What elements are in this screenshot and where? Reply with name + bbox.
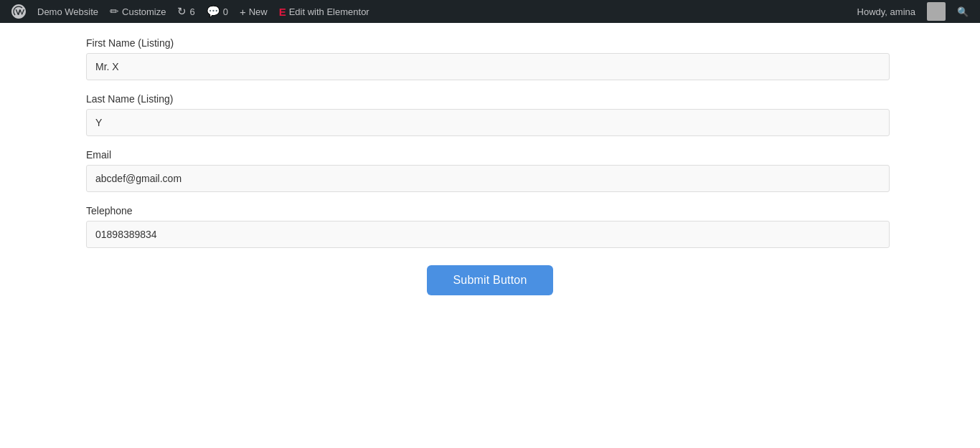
email-group: Email <box>86 149 894 192</box>
last-name-input[interactable] <box>86 109 890 136</box>
comments-button[interactable]: 💬 0 <box>201 0 234 23</box>
telephone-group: Telephone <box>86 205 894 248</box>
first-name-input[interactable] <box>86 53 890 80</box>
admin-bar-right: Howdy, amina 🔍 <box>846 0 974 23</box>
new-button[interactable]: + New <box>234 0 273 23</box>
elementor-edit-button[interactable]: E Edit with Elementor <box>273 0 375 23</box>
page-content: First Name (Listing) Last Name (Listing)… <box>0 23 980 310</box>
howdy-button[interactable]: Howdy, amina <box>846 0 951 23</box>
updates-icon: ↻ <box>177 5 187 18</box>
email-label: Email <box>86 149 894 161</box>
first-name-label: First Name (Listing) <box>86 37 894 49</box>
new-label: New <box>249 6 268 17</box>
wp-logo-button[interactable] <box>6 0 32 23</box>
comments-count: 0 <box>223 6 228 17</box>
email-input[interactable] <box>86 165 890 192</box>
avatar <box>927 2 946 21</box>
telephone-label: Telephone <box>86 205 894 216</box>
submit-button[interactable]: Submit Button <box>427 265 552 295</box>
search-button[interactable]: 🔍 <box>951 0 974 23</box>
updates-count: 6 <box>189 6 194 17</box>
first-name-group: First Name (Listing) <box>86 37 894 80</box>
site-name-label: Demo Website <box>37 6 98 17</box>
wordpress-icon <box>11 4 26 19</box>
pencil-icon: ✏ <box>110 5 119 18</box>
updates-button[interactable]: ↻ 6 <box>171 0 200 23</box>
plus-icon: + <box>240 6 246 18</box>
customize-button[interactable]: ✏ Customize <box>104 0 171 23</box>
howdy-text: Howdy, amina <box>852 6 921 17</box>
site-name-button[interactable]: Demo Website <box>32 0 104 23</box>
search-icon: 🔍 <box>957 6 969 17</box>
elementor-icon: E <box>279 6 286 18</box>
comments-icon: 💬 <box>207 5 220 18</box>
last-name-label: Last Name (Listing) <box>86 93 894 105</box>
elementor-label: Edit with Elementor <box>289 6 369 17</box>
submit-area: Submit Button <box>86 265 894 295</box>
admin-bar: Demo Website ✏ Customize ↻ 6 💬 0 + New E… <box>0 0 980 23</box>
last-name-group: Last Name (Listing) <box>86 93 894 136</box>
telephone-input[interactable] <box>86 221 890 248</box>
customize-label: Customize <box>122 6 166 17</box>
